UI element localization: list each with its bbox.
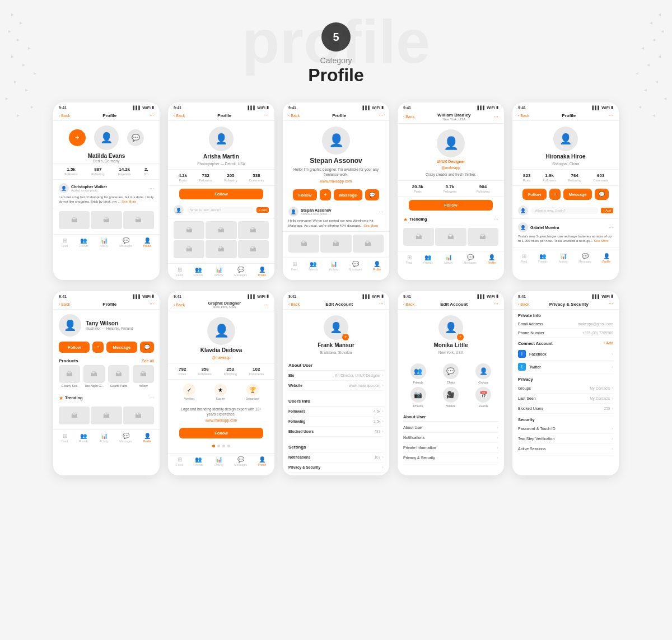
nav-dots-2[interactable]: ··· bbox=[264, 113, 269, 118]
see-more-5[interactable]: See More bbox=[594, 239, 609, 242]
follow-4[interactable]: Follow bbox=[409, 200, 493, 211]
bnav-p5[interactable]: 👤Profile bbox=[603, 253, 610, 263]
follow-7[interactable]: Follow bbox=[179, 428, 263, 438]
lastseen-item-10[interactable]: Last Seen My Contacts › bbox=[518, 394, 613, 404]
chat-icon-circle[interactable]: 💬 bbox=[127, 129, 144, 146]
bnav-m5[interactable]: 💬Messages bbox=[578, 253, 591, 263]
blocked-item-10[interactable]: Blocked Users 259 › bbox=[518, 404, 613, 414]
action-friends-9[interactable]: 👥 Friends bbox=[403, 363, 433, 384]
message-5[interactable]: Message bbox=[563, 189, 592, 200]
groups-item-10[interactable]: Groups My Contacts › bbox=[518, 384, 613, 394]
bnav-feed-2[interactable]: ⊞Feed bbox=[176, 267, 183, 277]
bnav-fr5[interactable]: 👥Friends bbox=[538, 253, 548, 263]
bnav-a7[interactable]: 📊Activity bbox=[214, 456, 223, 466]
nav-dots-8[interactable]: ··· bbox=[379, 301, 384, 307]
plus-5[interactable]: + bbox=[549, 189, 560, 200]
back-6[interactable]: ‹ Back bbox=[59, 302, 70, 306]
bnav-p3[interactable]: 👤Profile bbox=[373, 261, 381, 271]
nav-dots-7[interactable]: ··· bbox=[264, 302, 269, 308]
back-button-1[interactable]: ‹ Back bbox=[59, 114, 70, 118]
follow-5[interactable]: Follow bbox=[522, 189, 547, 200]
bnav-a5[interactable]: 📊Activity bbox=[559, 253, 568, 263]
add-badge-2[interactable]: + Add bbox=[256, 207, 269, 213]
twostep-item-10[interactable]: Two Step Verification › bbox=[518, 434, 613, 444]
nav-dots-3[interactable]: ··· bbox=[379, 113, 384, 118]
nav-dots-5[interactable]: ··· bbox=[609, 113, 613, 118]
action-groups-9[interactable]: 👤 Groups bbox=[469, 363, 498, 384]
password-item-10[interactable]: Password & Touch ID › bbox=[518, 424, 613, 434]
link-3[interactable]: www.makeapp.com bbox=[320, 179, 352, 183]
bnav-a6[interactable]: 📊Activity bbox=[100, 433, 109, 443]
back-2[interactable]: ‹ Back bbox=[174, 114, 185, 118]
s9-2[interactable]: Notifications › bbox=[403, 433, 498, 443]
back-10[interactable]: ‹ Back bbox=[518, 302, 529, 306]
follow-3[interactable]: Follow bbox=[293, 189, 318, 200]
bnav-fr4[interactable]: 👥Friends bbox=[423, 254, 433, 264]
bnav-fr6[interactable]: 👥Friends bbox=[79, 433, 88, 443]
follow-6[interactable]: Follow bbox=[59, 342, 90, 353]
follow-btn-2[interactable]: Follow bbox=[179, 189, 263, 199]
bnav-f6[interactable]: ⊞Feed bbox=[62, 433, 68, 443]
nav-profile-1[interactable]: 👤Profile bbox=[143, 237, 151, 247]
bnav-friends-2[interactable]: 👥Friends bbox=[194, 267, 203, 277]
bnav-fr3[interactable]: 👥Friends bbox=[309, 261, 318, 271]
add-icon-circle[interactable]: + bbox=[69, 129, 86, 146]
chat-5[interactable]: 💬 bbox=[595, 189, 609, 200]
sessions-item-10[interactable]: Active Sessions › bbox=[518, 444, 613, 454]
nav-messages-1[interactable]: 💬Messages bbox=[119, 237, 132, 247]
bnav-m4[interactable]: 💬Messages bbox=[464, 254, 477, 264]
back-3[interactable]: ‹ Back bbox=[288, 114, 300, 118]
post-input-fake-2[interactable]: What is new, Justin? bbox=[186, 207, 254, 213]
bnav-m7[interactable]: 💬Messages bbox=[234, 456, 247, 466]
chat-6[interactable]: 💬 bbox=[140, 342, 154, 353]
bnav-p4[interactable]: 👤Profile bbox=[488, 254, 496, 264]
s9-4[interactable]: Privacy & Security › bbox=[403, 453, 498, 463]
bnav-p7[interactable]: 👤Profile bbox=[258, 456, 266, 466]
see-more-1[interactable]: See More bbox=[122, 200, 136, 203]
bnav-f7[interactable]: ⊞Feed bbox=[176, 456, 183, 466]
message-3[interactable]: Massage bbox=[334, 189, 363, 200]
link-7[interactable]: www.makeapp.com bbox=[174, 418, 269, 422]
bnav-profile-2[interactable]: 👤Profile bbox=[258, 267, 266, 277]
nav-friends-1[interactable]: 👥Friends bbox=[79, 237, 88, 247]
back-9[interactable]: ‹ Back bbox=[403, 302, 414, 306]
bnav-a3[interactable]: 📊Activity bbox=[329, 261, 338, 271]
add-badge-5[interactable]: + Add bbox=[601, 208, 613, 213]
nav-dots-9[interactable]: ··· bbox=[494, 301, 498, 307]
avatar-plus-8[interactable]: + bbox=[342, 333, 349, 341]
bnav-messages-2[interactable]: 💬Messages bbox=[234, 267, 247, 277]
twitter-item-10[interactable]: t Twitter › bbox=[518, 361, 613, 373]
plus-6[interactable]: + bbox=[92, 342, 103, 353]
nav-activity-1[interactable]: 📊Activity bbox=[100, 237, 109, 247]
action-videos-9[interactable]: 🎥 Videos bbox=[436, 387, 465, 408]
back-5[interactable]: ‹ Back bbox=[518, 114, 529, 118]
see-more-3[interactable]: See More bbox=[363, 224, 378, 227]
message-6[interactable]: Message bbox=[106, 342, 137, 353]
bnav-p6[interactable]: 👤Profile bbox=[143, 433, 151, 443]
avatar-plus-9[interactable]: + bbox=[456, 333, 464, 341]
see-all-6[interactable]: See All bbox=[142, 359, 154, 363]
bnav-a4[interactable]: 📊Activity bbox=[444, 254, 453, 264]
s9-3[interactable]: Private Information › bbox=[403, 443, 498, 453]
bnav-f5[interactable]: ⊞Feed bbox=[521, 253, 527, 263]
nav-dots-1[interactable]: ··· bbox=[150, 113, 154, 118]
bnav-fr7[interactable]: 👥Friends bbox=[194, 456, 203, 466]
bnav-f3[interactable]: ⊞Feed bbox=[291, 261, 297, 271]
back-4[interactable]: ‹ Back bbox=[403, 115, 414, 119]
chat-3[interactable]: 💬 bbox=[365, 189, 379, 200]
facebook-item-10[interactable]: f Facebook › bbox=[518, 348, 613, 361]
nav-feed-1[interactable]: ⊞Feed bbox=[62, 237, 68, 247]
nav-dots-4[interactable]: ··· bbox=[494, 114, 498, 120]
back-7[interactable]: ‹ Back bbox=[174, 303, 185, 307]
s9-1[interactable]: About User › bbox=[403, 423, 498, 433]
back-8[interactable]: ‹ Back bbox=[288, 302, 300, 306]
bnav-m6[interactable]: 💬Messages bbox=[119, 433, 132, 443]
post-input-fake-5[interactable]: What is new, Justin? bbox=[531, 207, 598, 214]
plus-3[interactable]: + bbox=[320, 189, 330, 200]
nav-dots-10[interactable]: ··· bbox=[609, 301, 613, 307]
action-events-9[interactable]: 📅 Events bbox=[469, 387, 498, 408]
connect-add-10[interactable]: + Add bbox=[603, 341, 613, 345]
bnav-m3[interactable]: 💬Messages bbox=[349, 261, 362, 271]
bnav-activity-2[interactable]: 📊Activity bbox=[214, 267, 223, 277]
action-photos-9[interactable]: 📷 Photos bbox=[403, 387, 433, 408]
